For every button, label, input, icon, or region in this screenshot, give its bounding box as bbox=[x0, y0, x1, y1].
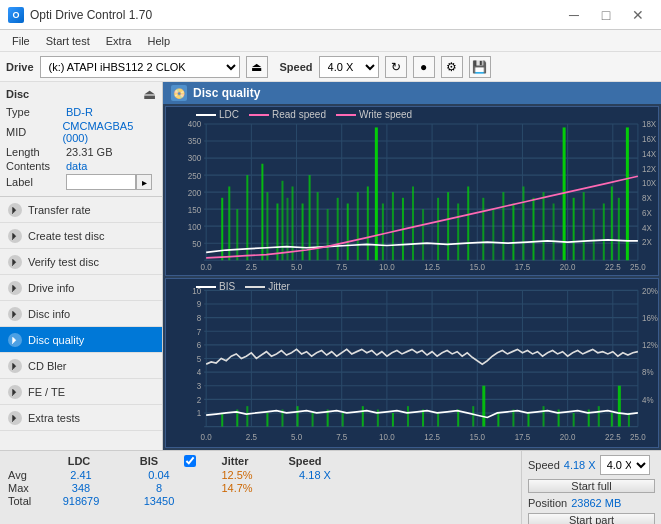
position-label: Position bbox=[528, 497, 567, 509]
right-panel: Speed 4.18 X 4.0 X Start full Position 2… bbox=[521, 451, 661, 524]
disc-length-key: Length bbox=[6, 146, 66, 158]
svg-text:8X: 8X bbox=[642, 193, 652, 204]
sidebar-item-create-test-disc[interactable]: ⏵ Create test disc bbox=[0, 223, 162, 249]
svg-rect-86 bbox=[573, 198, 575, 260]
menubar: File Start test Extra Help bbox=[0, 30, 661, 52]
legend-read-speed-label: Read speed bbox=[272, 109, 326, 120]
extra-tests-icon: ⏵ bbox=[8, 411, 22, 425]
sidebar-item-disc-info[interactable]: ⏵ Disc info bbox=[0, 301, 162, 327]
burn-button[interactable]: ● bbox=[413, 56, 435, 78]
bottom-chart-svg: 10 9 8 7 6 5 4 3 2 1 20% 16% 12% 8% 4% bbox=[166, 279, 658, 447]
disc-info-icon: ⏵ bbox=[8, 307, 22, 321]
svg-rect-148 bbox=[312, 413, 314, 427]
menu-extra[interactable]: Extra bbox=[98, 33, 140, 49]
cd-bler-icon: ⏵ bbox=[8, 359, 22, 373]
disc-quality-icon: ⏵ bbox=[8, 333, 22, 347]
fe-te-icon: ⏵ bbox=[8, 385, 22, 399]
sidebar-item-fe-te[interactable]: ⏵ FE / TE bbox=[0, 379, 162, 405]
svg-text:8: 8 bbox=[197, 313, 202, 324]
stats-col-jitter: Jitter bbox=[200, 455, 270, 467]
stats-total-row: Total 918679 13450 bbox=[8, 495, 513, 507]
sidebar-item-transfer-rate[interactable]: ⏵ Transfer rate bbox=[0, 197, 162, 223]
svg-rect-165 bbox=[573, 413, 575, 427]
main-layout: Disc ⏏ Type BD-R MID CMCMAGBA5 (000) Len… bbox=[0, 82, 661, 450]
close-button[interactable]: ✕ bbox=[623, 5, 653, 25]
svg-text:0.0: 0.0 bbox=[201, 262, 212, 273]
stats-col-bis: BIS bbox=[114, 455, 184, 467]
svg-rect-63 bbox=[337, 198, 339, 260]
svg-text:22.5: 22.5 bbox=[605, 432, 621, 443]
sidebar-item-disc-quality[interactable]: ⏵ Disc quality bbox=[0, 327, 162, 353]
svg-rect-77 bbox=[482, 198, 484, 260]
svg-rect-91 bbox=[618, 198, 620, 260]
speed-info-row: Speed 4.18 X 4.0 X bbox=[528, 455, 655, 475]
disc-label-btn[interactable]: ▸ bbox=[136, 174, 152, 190]
svg-text:150: 150 bbox=[188, 204, 202, 215]
toolbar: Drive (k:) ATAPI iHBS112 2 CLOK ⏏ Speed … bbox=[0, 52, 661, 82]
bottom-chart-legend: BIS Jitter bbox=[196, 281, 290, 292]
svg-text:20%: 20% bbox=[642, 285, 658, 296]
svg-rect-82 bbox=[532, 198, 534, 260]
speed-select[interactable]: 4.0 X bbox=[319, 56, 379, 78]
minimize-button[interactable]: ─ bbox=[559, 5, 589, 25]
svg-rect-84 bbox=[553, 203, 555, 260]
sidebar-item-extra-tests[interactable]: ⏵ Extra tests bbox=[0, 405, 162, 431]
svg-text:16X: 16X bbox=[642, 134, 657, 145]
svg-text:5.0: 5.0 bbox=[291, 262, 302, 273]
sidebar-item-drive-info[interactable]: ⏵ Drive info bbox=[0, 275, 162, 301]
disc-length-row: Length 23.31 GB bbox=[6, 146, 156, 158]
svg-text:2: 2 bbox=[197, 394, 202, 405]
svg-text:10.0: 10.0 bbox=[379, 262, 395, 273]
start-part-button[interactable]: Start part bbox=[528, 513, 655, 524]
svg-rect-158 bbox=[472, 406, 474, 426]
svg-text:8%: 8% bbox=[642, 367, 654, 378]
jitter-checkbox[interactable] bbox=[184, 455, 196, 467]
start-full-button[interactable]: Start full bbox=[528, 479, 655, 493]
menu-file[interactable]: File bbox=[4, 33, 38, 49]
disc-label-input[interactable] bbox=[66, 174, 136, 190]
sidebar-item-extra-tests-label: Extra tests bbox=[28, 412, 80, 424]
settings-button[interactable]: ⚙ bbox=[441, 56, 463, 78]
refresh-button[interactable]: ↻ bbox=[385, 56, 407, 78]
sidebar-item-verify-test-disc-label: Verify test disc bbox=[28, 256, 99, 268]
disc-type-key: Type bbox=[6, 106, 66, 118]
speed-select-bottom[interactable]: 4.0 X bbox=[600, 455, 650, 475]
disc-type-row: Type BD-R bbox=[6, 106, 156, 118]
charts-container: LDC Read speed Write speed bbox=[163, 104, 661, 450]
legend-bis-label: BIS bbox=[219, 281, 235, 292]
svg-rect-145 bbox=[266, 413, 268, 427]
svg-text:22.5: 22.5 bbox=[605, 262, 621, 273]
menu-help[interactable]: Help bbox=[139, 33, 178, 49]
stats-col-speed: Speed bbox=[270, 455, 340, 467]
svg-rect-167 bbox=[598, 406, 600, 426]
save-button[interactable]: 💾 bbox=[469, 56, 491, 78]
speed-info-label: Speed bbox=[528, 459, 560, 471]
disc-section-label: Disc bbox=[6, 88, 29, 100]
disc-contents-row: Contents data bbox=[6, 160, 156, 172]
disc-eject-icon[interactable]: ⏏ bbox=[143, 86, 156, 102]
maximize-button[interactable]: □ bbox=[591, 5, 621, 25]
svg-text:350: 350 bbox=[188, 136, 202, 147]
stats-max-row: Max 348 8 14.7% bbox=[8, 482, 513, 494]
disc-label-row: Label ▸ bbox=[6, 174, 156, 190]
disc-mid-row: MID CMCMAGBA5 (000) bbox=[6, 120, 156, 144]
disc-panel: Disc ⏏ Type BD-R MID CMCMAGBA5 (000) Len… bbox=[0, 82, 162, 197]
drive-select[interactable]: (k:) ATAPI iHBS112 2 CLOK bbox=[40, 56, 240, 78]
svg-rect-66 bbox=[367, 186, 369, 260]
svg-text:1: 1 bbox=[197, 408, 202, 419]
svg-text:7: 7 bbox=[197, 326, 202, 337]
svg-text:6X: 6X bbox=[642, 207, 652, 218]
eject-button[interactable]: ⏏ bbox=[246, 56, 268, 78]
sidebar: Disc ⏏ Type BD-R MID CMCMAGBA5 (000) Len… bbox=[0, 82, 163, 450]
sidebar-item-cd-bler[interactable]: ⏵ CD Bler bbox=[0, 353, 162, 379]
svg-text:20.0: 20.0 bbox=[560, 262, 576, 273]
stats-total-label: Total bbox=[8, 495, 38, 507]
svg-rect-64 bbox=[347, 203, 349, 260]
legend-ldc-label: LDC bbox=[219, 109, 239, 120]
sidebar-item-verify-test-disc[interactable]: ⏵ Verify test disc bbox=[0, 249, 162, 275]
transfer-rate-icon: ⏵ bbox=[8, 203, 22, 217]
sidebar-item-create-test-disc-label: Create test disc bbox=[28, 230, 104, 242]
menu-start-test[interactable]: Start test bbox=[38, 33, 98, 49]
svg-text:250: 250 bbox=[188, 170, 202, 181]
stats-table: LDC BIS Jitter Speed Avg 2.41 0.04 12.5%… bbox=[0, 451, 521, 524]
